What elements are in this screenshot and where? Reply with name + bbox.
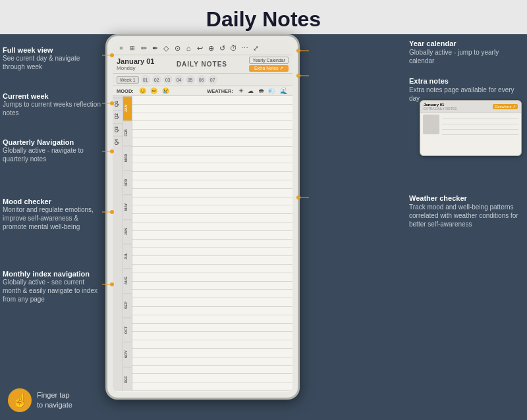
extra-notes-btn[interactable]: Extra Notes ↗ <box>249 65 289 72</box>
toolbar-icon-refresh[interactable]: ↺ <box>217 43 227 53</box>
annotation-weather-checker: Weather checker Track mood and well-bein… <box>409 194 524 228</box>
tap-icon: ☝ <box>8 388 32 412</box>
mood-label: MOOD: <box>117 88 134 94</box>
toolbar-icon-eraser[interactable]: ◇ <box>161 43 171 53</box>
note-line-25 <box>132 298 292 307</box>
month-may[interactable]: MAY <box>123 194 132 219</box>
toolbar-icon-grid[interactable]: ⊞ <box>128 43 137 53</box>
toolbar-icon-menu[interactable]: ≡ <box>117 43 126 53</box>
note-line-28 <box>132 324 292 332</box>
toolbar: ≡ ⊞ ✏ ✒ ◇ ⊙ ⌂ ↩ ⊕ ↺ ⏱ ⋯ ⤢ <box>113 41 292 55</box>
thumb-btn[interactable]: Elsewhere ↗ <box>493 104 518 109</box>
month-mar[interactable]: MAR <box>123 145 132 170</box>
note-line-9 <box>132 163 292 172</box>
toolbar-icon-expand[interactable]: ⤢ <box>251 43 260 53</box>
month-apr[interactable]: APR <box>123 170 132 194</box>
month-feb[interactable]: FEB <box>123 120 132 145</box>
q3-label[interactable]: Q3 <box>113 123 123 135</box>
note-line-21 <box>132 265 292 273</box>
toolbar-icon-undo[interactable]: ↩ <box>195 43 204 53</box>
note-line-2 <box>132 105 292 113</box>
note-line-1 <box>132 96 292 105</box>
content-area: Q1 Q2 Q3 Q4 JAN FEB MAR APR MAY JUN JUL … <box>113 96 292 391</box>
note-line-15 <box>132 214 292 223</box>
page-title: Daily Notes <box>0 0 527 34</box>
left-annotations: Full week view See curent day & navigate… <box>0 34 105 416</box>
note-line-29 <box>132 332 292 340</box>
month-jan[interactable]: JAN <box>123 96 132 120</box>
day-05[interactable]: 05 <box>186 75 195 84</box>
note-line-14 <box>132 205 292 214</box>
toolbar-icon-home[interactable]: ⌂ <box>184 43 193 53</box>
annotation-extra-notes: Extra notes Extra notes page available f… <box>409 77 524 103</box>
annotation-quarterly-nav: Quarterly Navigation Globally active - n… <box>3 138 101 163</box>
note-line-20 <box>132 256 292 265</box>
date-display: January 01 <box>117 57 154 65</box>
toolbar-icon-timer[interactable]: ⏱ <box>229 43 238 53</box>
note-line-31 <box>132 349 292 357</box>
day-06[interactable]: 06 <box>197 75 206 84</box>
month-jun[interactable]: JUN <box>123 219 132 244</box>
note-line-26 <box>132 307 292 315</box>
note-line-30 <box>132 340 292 349</box>
q2-label[interactable]: Q2 <box>113 110 123 122</box>
month-sep[interactable]: SEP <box>123 293 132 317</box>
finger-tap: ☝ Finger tap to navigate <box>8 388 72 412</box>
note-line-5 <box>132 130 292 138</box>
date-header: January 01 Monday DAILY NOTES Yearly Cal… <box>113 55 292 74</box>
note-line-33 <box>132 366 292 375</box>
toolbar-icon-pen1[interactable]: ✏ <box>139 43 148 53</box>
tap-line2: to navigate <box>37 400 72 410</box>
mood-icons[interactable]: 😊 😐 😢 <box>139 88 171 94</box>
month-sidebar: JAN FEB MAR APR MAY JUN JUL AUG SEP OCT … <box>123 96 132 391</box>
title-text: Daily Notes <box>206 7 321 32</box>
toolbar-icon-more[interactable]: ⋯ <box>240 43 249 53</box>
yearly-calendar-btn[interactable]: Yearly Calendar <box>249 57 289 64</box>
note-line-4 <box>132 121 292 130</box>
weather-label: WEATHER: <box>207 88 233 94</box>
annotation-mood-checker: Mood checker Monitor and regulate emotio… <box>3 197 101 231</box>
note-line-22 <box>132 273 292 282</box>
annotation-full-week: Full week view See curent day & navigate… <box>3 46 101 71</box>
daily-notes-label: DAILY NOTES <box>177 61 227 68</box>
quarter-sidebar: Q1 Q2 Q3 Q4 <box>113 96 123 391</box>
weather-icons[interactable]: ☀ ☁ 🌧 💨 🌊 <box>238 88 289 94</box>
annotation-monthly-index: Monthly index navigation Globally active… <box>3 270 101 303</box>
annotation-current-week: Current week Jumps to current weeks refl… <box>3 92 101 117</box>
day-01[interactable]: 01 <box>141 75 150 84</box>
day-04[interactable]: 04 <box>175 75 184 84</box>
note-line-19 <box>132 248 292 256</box>
day-02[interactable]: 02 <box>152 75 161 84</box>
annotation-year-calendar: Year calendar Globally active - jump to … <box>409 39 524 65</box>
week-row: Week 1 01 02 03 04 05 06 07 <box>113 74 292 86</box>
note-line-34 <box>132 374 292 382</box>
day-03[interactable]: 03 <box>163 75 173 84</box>
note-line-24 <box>132 290 292 298</box>
day-07[interactable]: 07 <box>208 75 217 84</box>
month-oct[interactable]: OCT <box>123 317 132 342</box>
note-line-6 <box>132 138 292 147</box>
month-aug[interactable]: AUG <box>123 268 132 292</box>
extra-notes-thumbnail: January 01 EXTRA DAILY NOTES Elsewhere ↗ <box>420 100 522 156</box>
note-line-18 <box>132 240 292 248</box>
q4-label[interactable]: Q4 <box>113 136 123 147</box>
toolbar-icon-circle[interactable]: ⊙ <box>173 43 182 53</box>
note-line-12 <box>132 189 292 197</box>
q1-label[interactable]: Q1 <box>113 97 123 109</box>
toolbar-icon-pen2[interactable]: ✒ <box>150 43 159 53</box>
device-mockup: ≡ ⊞ ✏ ✒ ◇ ⊙ ⌂ ↩ ⊕ ↺ ⏱ ⋯ ⤢ January 01 Mon… <box>105 34 300 400</box>
month-dec[interactable]: DEC <box>123 367 132 391</box>
note-line-17 <box>132 231 292 240</box>
notes-area <box>132 96 292 391</box>
note-lines <box>132 96 292 391</box>
week-btn[interactable]: Week 1 <box>117 76 139 84</box>
note-line-11 <box>132 180 292 189</box>
note-line-3 <box>132 113 292 122</box>
thumb-label: EXTRA DAILY NOTES <box>424 107 457 111</box>
note-line-23 <box>132 282 292 290</box>
toolbar-icon-add[interactable]: ⊕ <box>206 43 215 53</box>
note-line-32 <box>132 357 292 366</box>
mood-weather-row: MOOD: 😊 😐 😢 WEATHER: ☀ ☁ 🌧 💨 🌊 <box>113 86 292 96</box>
month-nov[interactable]: NOV <box>123 342 132 366</box>
month-jul[interactable]: JUL <box>123 244 132 268</box>
